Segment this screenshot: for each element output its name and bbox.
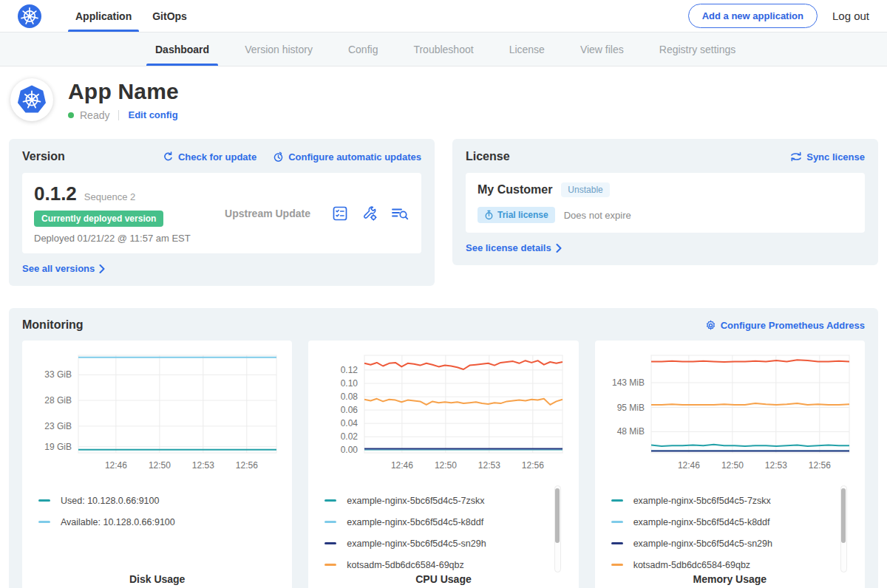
disk-usage-chart-card: 19 GiB23 GiB28 GiB33 GiB12:4612:5012:531… — [22, 341, 292, 588]
ready-status-dot — [68, 112, 74, 118]
legend-label: kotsadm-5db6dc6584-69qbz — [347, 560, 463, 570]
sync-icon — [790, 151, 802, 162]
legend-color-dash — [611, 521, 623, 523]
legend-label: example-nginx-5bc6f5d4c5-sn29h — [633, 539, 772, 549]
trial-license-badge: Trial license — [478, 207, 555, 223]
legend-color-dash — [324, 542, 336, 544]
svg-text:12:50: 12:50 — [435, 460, 457, 471]
svg-text:0.10: 0.10 — [341, 378, 358, 389]
svg-text:0.00: 0.00 — [341, 445, 358, 455]
legend-label: example-nginx-5bc6f5d4c5-k8ddf — [633, 517, 770, 527]
svg-text:12:46: 12:46 — [391, 460, 413, 471]
monitoring-section: Monitoring Configure Prometheus Address … — [9, 308, 878, 588]
channel-badge: Unstable — [561, 182, 609, 197]
configure-automatic-updates-link[interactable]: Configure automatic updates — [273, 151, 421, 163]
page-title: App Name — [68, 79, 179, 104]
legend-scrollbar-thumb[interactable] — [555, 488, 560, 543]
svg-text:12:56: 12:56 — [808, 460, 830, 471]
chart-title: Memory Usage — [595, 573, 865, 585]
svg-text:0.04: 0.04 — [341, 418, 358, 428]
legend-label: kotsadm-5db6dc6584-69qbz — [633, 560, 750, 570]
customer-name: My Customer — [478, 183, 552, 196]
edit-config-wrench-icon[interactable] — [361, 205, 378, 222]
view-diff-icon[interactable] — [390, 205, 409, 222]
legend-item: kotsadm-5db6dc6584-69qbz — [324, 554, 568, 575]
add-new-application-button[interactable]: Add a new application — [688, 4, 818, 28]
memory-usage-legend: example-nginx-5bc6f5d4c5-7zskxexample-ng… — [611, 490, 854, 575]
legend-item: example-nginx-5bc6f5d4c5-k8ddf — [611, 511, 854, 533]
see-license-details-link[interactable]: See license details — [466, 242, 562, 253]
legend-scrollbar-thumb[interactable] — [841, 488, 846, 543]
ready-status-label: Ready — [80, 109, 109, 121]
nav-item-application[interactable]: Application — [65, 0, 142, 32]
svg-text:33 GiB: 33 GiB — [44, 369, 72, 380]
legend-label: example-nginx-5bc6f5d4c5-7zskx — [347, 496, 484, 506]
tab-license[interactable]: License — [492, 33, 563, 66]
legend-color-dash — [38, 499, 50, 502]
svg-text:0.12: 0.12 — [341, 365, 358, 375]
configure-prometheus-link[interactable]: Configure Prometheus Address — [705, 320, 865, 331]
svg-text:12:56: 12:56 — [522, 460, 544, 471]
preflight-checks-icon[interactable] — [331, 205, 349, 222]
tab-registry-settings[interactable]: Registry settings — [642, 33, 753, 66]
check-for-update-link[interactable]: Check for update — [163, 151, 256, 163]
deployed-timestamp: Deployed 01/21/22 @ 11:57 am EST — [34, 233, 204, 244]
legend-label: example-nginx-5bc6f5d4c5-7zskx — [633, 496, 771, 506]
svg-text:12:50: 12:50 — [149, 460, 171, 471]
svg-text:28 GiB: 28 GiB — [44, 395, 72, 406]
legend-color-dash — [324, 499, 336, 502]
license-card-title: License — [466, 150, 510, 163]
svg-text:12:46: 12:46 — [105, 460, 127, 471]
legend-item: example-nginx-5bc6f5d4c5-7zskx — [611, 490, 854, 511]
svg-text:12:53: 12:53 — [192, 460, 214, 471]
see-all-versions-link[interactable]: See all versions — [22, 263, 105, 274]
svg-text:12:46: 12:46 — [678, 460, 700, 471]
gear-icon — [705, 320, 716, 331]
disk-usage-chart: 19 GiB23 GiB28 GiB33 GiB12:4612:5012:531… — [33, 349, 281, 475]
chart-title: Disk Usage — [22, 573, 292, 585]
chevron-right-icon — [99, 264, 105, 273]
svg-text:12:50: 12:50 — [721, 460, 744, 471]
license-expiry: Does not expire — [564, 210, 631, 221]
chart-title: CPU Usage — [308, 573, 578, 585]
legend-scrollbar[interactable] — [840, 485, 847, 572]
tab-dashboard[interactable]: Dashboard — [137, 33, 227, 66]
nav-item-gitops[interactable]: GitOps — [142, 0, 197, 32]
svg-text:48 MiB: 48 MiB — [616, 426, 644, 437]
disk-usage-legend: Used: 10.128.0.66:9100Available: 10.128.… — [38, 490, 282, 533]
tab-version-history[interactable]: Version history — [227, 33, 330, 66]
currently-deployed-badge: Currently deployed version — [34, 211, 163, 227]
legend-item: example-nginx-5bc6f5d4c5-sn29h — [611, 533, 854, 554]
legend-scrollbar[interactable] — [554, 485, 561, 572]
cpu-usage-chart: 0.000.020.040.060.080.100.1212:4612:5012… — [319, 349, 567, 475]
tab-troubleshoot[interactable]: Troubleshoot — [395, 33, 491, 66]
legend-item: Used: 10.128.0.66:9100 — [38, 490, 282, 511]
memory-usage-chart: 48 MiB95 MiB143 MiB12:4612:5012:5312:56 — [605, 349, 854, 475]
legend-color-dash — [611, 499, 623, 502]
chevron-right-icon — [556, 244, 562, 253]
upstream-update-label: Upstream Update — [204, 208, 331, 219]
legend-label: Used: 10.128.0.66:9100 — [61, 496, 159, 506]
legend-item: example-nginx-5bc6f5d4c5-7zskx — [324, 490, 568, 511]
monitoring-title: Monitoring — [22, 318, 84, 332]
svg-text:23 GiB: 23 GiB — [44, 421, 72, 431]
svg-text:12:53: 12:53 — [764, 460, 786, 471]
stopwatch-icon — [484, 210, 494, 220]
legend-item: example-nginx-5bc6f5d4c5-k8ddf — [324, 511, 568, 533]
svg-text:19 GiB: 19 GiB — [44, 442, 72, 452]
tab-config[interactable]: Config — [330, 33, 395, 66]
svg-text:0.08: 0.08 — [341, 392, 358, 402]
logout-button[interactable]: Log out — [832, 10, 869, 22]
legend-label: example-nginx-5bc6f5d4c5-sn29h — [347, 539, 486, 549]
svg-text:0.02: 0.02 — [341, 431, 358, 442]
top-nav: ApplicationGitOps Add a new application … — [0, 0, 887, 33]
tab-view-files[interactable]: View files — [563, 33, 642, 66]
sync-license-link[interactable]: Sync license — [790, 151, 865, 163]
refresh-icon — [163, 151, 174, 163]
update-schedule-icon — [273, 151, 284, 163]
edit-config-link[interactable]: Edit config — [128, 109, 177, 120]
legend-label: Available: 10.128.0.66:9100 — [61, 517, 175, 527]
version-number: 0.1.2 — [34, 182, 77, 205]
version-card-title: Version — [22, 150, 65, 163]
cpu-usage-chart-card: 0.000.020.040.060.080.100.1212:4612:5012… — [308, 341, 578, 588]
